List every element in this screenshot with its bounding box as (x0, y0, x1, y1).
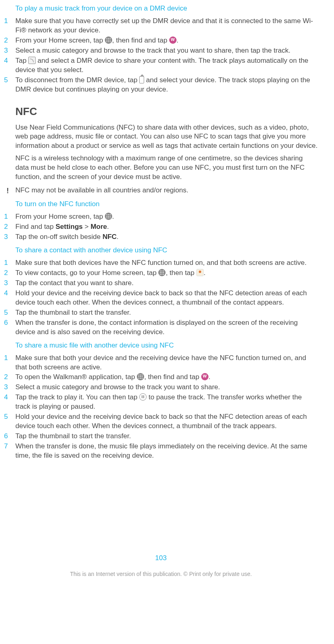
step-item: Make sure that both your device and the … (4, 354, 318, 372)
pause-icon (139, 393, 147, 401)
step-item: From your Home screen, tap . (4, 212, 318, 222)
step-item: Hold your device and the receiving devic… (4, 412, 318, 431)
steps-list: Make sure that you have correctly set up… (4, 17, 318, 94)
step-item: Tap the thumbnail to start the transfer. (4, 432, 318, 441)
footer-note: This is an Internet version of this publ… (4, 570, 318, 578)
step-item: Tap the on-off switch beside NFC. (4, 232, 318, 242)
step-item: To view contacts, go to your Home screen… (4, 269, 318, 278)
steps-list: Make sure that both your device and the … (4, 354, 318, 461)
page-number: 103 (4, 554, 318, 563)
step-item: Select a music category and browse to th… (4, 383, 318, 392)
step-item: Tap and select a DMR device to share you… (4, 56, 318, 75)
step-item: Tap the thumbnail to start the transfer. (4, 308, 318, 318)
step-item: Hold your device and the receiving devic… (4, 289, 318, 307)
step-item: Select a music category and browse to th… (4, 46, 318, 55)
apps-icon (137, 373, 144, 380)
step-item: Make sure that both devices have the NFC… (4, 258, 318, 268)
cast-icon (28, 57, 36, 64)
steps-list: Make sure that both devices have the NFC… (4, 258, 318, 337)
step-item: From your Home screen, tap , then find a… (4, 36, 318, 45)
step-item: Make sure that you have correctly set up… (4, 17, 318, 35)
apps-icon (105, 36, 112, 44)
document-page: To play a music track from your device o… (0, 4, 326, 578)
step-item: To open the Walkman® application, tap , … (4, 373, 318, 382)
step-item: When the transfer is done, the contact i… (4, 318, 318, 337)
apps-icon (105, 213, 112, 220)
step-item: When the transfer is done, the music fil… (4, 442, 318, 461)
contacts-icon (196, 269, 204, 276)
note: ! NFC may not be available in all countr… (4, 186, 318, 196)
section-title: To share a contact with another device u… (15, 246, 318, 255)
note-text: NFC may not be available in all countrie… (15, 186, 318, 195)
warning-icon: ! (4, 186, 15, 196)
step-item: Tap the contact that you want to share. (4, 279, 318, 288)
section-title: To turn on the NFC function (15, 200, 318, 209)
step-item: Tap the track to play it. You can then t… (4, 393, 318, 412)
section-title: To share a music file with another devic… (15, 341, 318, 350)
heading-nfc: NFC (15, 104, 318, 119)
paragraph: NFC is a wireless technology with a maxi… (15, 154, 318, 182)
walkman-icon (201, 373, 208, 380)
device-icon (139, 76, 144, 83)
apps-icon (158, 269, 166, 276)
step-item: To disconnect from the DMR device, tap a… (4, 76, 318, 94)
steps-list: From your Home screen, tap .Find and tap… (4, 212, 318, 242)
paragraph: Use Near Field Communications (NFC) to s… (15, 123, 318, 151)
walkman-icon (169, 36, 177, 44)
step-item: Find and tap Settings > More. (4, 222, 318, 232)
section-title: To play a music track from your device o… (15, 4, 318, 13)
